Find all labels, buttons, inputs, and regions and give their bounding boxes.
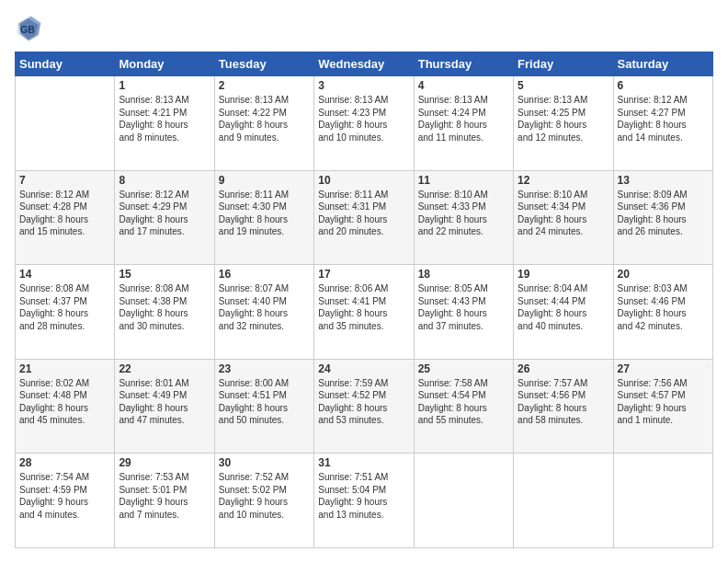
cell-info: Sunrise: 8:11 AM Sunset: 4:30 PM Dayligh… — [219, 189, 310, 238]
calendar-cell: 18Sunrise: 8:05 AM Sunset: 4:43 PM Dayli… — [414, 265, 513, 360]
cell-info: Sunrise: 7:51 AM Sunset: 5:04 PM Dayligh… — [318, 471, 409, 521]
day-number: 29 — [119, 456, 210, 469]
weekday-header-row: SundayMondayTuesdayWednesdayThursdayFrid… — [16, 52, 713, 76]
day-number: 27 — [618, 362, 709, 375]
calendar-table: SundayMondayTuesdayWednesdayThursdayFrid… — [15, 52, 713, 548]
day-number: 10 — [318, 174, 409, 187]
day-number: 25 — [418, 362, 509, 375]
week-row-3: 21Sunrise: 8:02 AM Sunset: 4:48 PM Dayli… — [16, 359, 713, 454]
day-number: 14 — [19, 268, 110, 281]
day-number: 31 — [318, 456, 409, 469]
cell-info: Sunrise: 8:13 AM Sunset: 4:22 PM Dayligh… — [219, 94, 310, 144]
calendar-cell — [414, 454, 513, 548]
cell-info: Sunrise: 7:56 AM Sunset: 4:57 PM Dayligh… — [618, 377, 709, 427]
calendar-cell — [613, 454, 712, 548]
calendar-cell: 12Sunrise: 8:10 AM Sunset: 4:34 PM Dayli… — [514, 170, 613, 265]
week-row-0: 1Sunrise: 8:13 AM Sunset: 4:21 PM Daylig… — [16, 76, 713, 171]
day-number: 3 — [318, 79, 409, 92]
header: GB — [15, 15, 713, 42]
cell-info: Sunrise: 7:54 AM Sunset: 4:59 PM Dayligh… — [19, 471, 110, 521]
cell-info: Sunrise: 8:12 AM Sunset: 4:27 PM Dayligh… — [618, 94, 709, 144]
day-number: 15 — [119, 268, 210, 281]
weekday-header-tuesday: Tuesday — [214, 52, 313, 76]
calendar-cell: 14Sunrise: 8:08 AM Sunset: 4:37 PM Dayli… — [16, 265, 115, 360]
cell-info: Sunrise: 7:53 AM Sunset: 5:01 PM Dayligh… — [119, 471, 210, 521]
calendar-cell: 27Sunrise: 7:56 AM Sunset: 4:57 PM Dayli… — [613, 359, 712, 454]
day-number: 12 — [518, 174, 609, 187]
weekday-header-thursday: Thursday — [414, 52, 513, 76]
weekday-header-wednesday: Wednesday — [314, 52, 414, 76]
day-number: 30 — [219, 456, 310, 469]
day-number: 2 — [219, 79, 310, 92]
cell-info: Sunrise: 7:58 AM Sunset: 4:54 PM Dayligh… — [418, 377, 509, 427]
calendar-cell: 6Sunrise: 8:12 AM Sunset: 4:27 PM Daylig… — [613, 76, 712, 171]
cell-info: Sunrise: 7:59 AM Sunset: 4:52 PM Dayligh… — [318, 377, 409, 427]
cell-info: Sunrise: 8:12 AM Sunset: 4:29 PM Dayligh… — [119, 189, 210, 238]
day-number: 24 — [318, 362, 409, 375]
calendar-cell: 22Sunrise: 8:01 AM Sunset: 4:49 PM Dayli… — [115, 359, 214, 454]
cell-info: Sunrise: 8:03 AM Sunset: 4:46 PM Dayligh… — [618, 282, 709, 332]
cell-info: Sunrise: 8:08 AM Sunset: 4:37 PM Dayligh… — [19, 282, 110, 332]
cell-info: Sunrise: 8:05 AM Sunset: 4:43 PM Dayligh… — [418, 282, 509, 332]
cell-info: Sunrise: 8:12 AM Sunset: 4:28 PM Dayligh… — [19, 189, 110, 238]
cell-info: Sunrise: 7:57 AM Sunset: 4:56 PM Dayligh… — [518, 377, 609, 427]
weekday-header-monday: Monday — [115, 52, 214, 76]
cell-info: Sunrise: 8:07 AM Sunset: 4:40 PM Dayligh… — [219, 282, 310, 332]
day-number: 11 — [418, 174, 509, 187]
week-row-4: 28Sunrise: 7:54 AM Sunset: 4:59 PM Dayli… — [16, 454, 713, 548]
calendar-cell: 31Sunrise: 7:51 AM Sunset: 5:04 PM Dayli… — [314, 454, 414, 548]
calendar-cell — [16, 76, 115, 171]
day-number: 9 — [219, 174, 310, 187]
cell-info: Sunrise: 7:52 AM Sunset: 5:02 PM Dayligh… — [219, 471, 310, 521]
calendar-cell: 10Sunrise: 8:11 AM Sunset: 4:31 PM Dayli… — [314, 170, 414, 265]
calendar-cell: 5Sunrise: 8:13 AM Sunset: 4:25 PM Daylig… — [514, 76, 613, 171]
calendar-cell: 9Sunrise: 8:11 AM Sunset: 4:30 PM Daylig… — [214, 170, 313, 265]
weekday-header-sunday: Sunday — [16, 52, 115, 76]
cell-info: Sunrise: 8:00 AM Sunset: 4:51 PM Dayligh… — [219, 377, 310, 427]
calendar-cell: 21Sunrise: 8:02 AM Sunset: 4:48 PM Dayli… — [16, 359, 115, 454]
day-number: 13 — [618, 174, 709, 187]
calendar-cell: 17Sunrise: 8:06 AM Sunset: 4:41 PM Dayli… — [314, 265, 414, 360]
day-number: 18 — [418, 268, 509, 281]
day-number: 22 — [119, 362, 210, 375]
cell-info: Sunrise: 8:13 AM Sunset: 4:23 PM Dayligh… — [318, 94, 409, 144]
day-number: 1 — [119, 79, 210, 92]
calendar-body: 1Sunrise: 8:13 AM Sunset: 4:21 PM Daylig… — [16, 76, 713, 548]
calendar-cell: 20Sunrise: 8:03 AM Sunset: 4:46 PM Dayli… — [613, 265, 712, 360]
calendar-cell: 15Sunrise: 8:08 AM Sunset: 4:38 PM Dayli… — [115, 265, 214, 360]
weekday-header-saturday: Saturday — [613, 52, 712, 76]
calendar-cell: 26Sunrise: 7:57 AM Sunset: 4:56 PM Dayli… — [514, 359, 613, 454]
svg-text:GB: GB — [20, 24, 35, 35]
cell-info: Sunrise: 8:13 AM Sunset: 4:21 PM Dayligh… — [119, 94, 210, 144]
cell-info: Sunrise: 8:10 AM Sunset: 4:33 PM Dayligh… — [418, 189, 509, 238]
cell-info: Sunrise: 8:10 AM Sunset: 4:34 PM Dayligh… — [518, 189, 609, 238]
day-number: 19 — [518, 268, 609, 281]
calendar-cell: 23Sunrise: 8:00 AM Sunset: 4:51 PM Dayli… — [214, 359, 313, 454]
day-number: 17 — [318, 268, 409, 281]
cell-info: Sunrise: 8:11 AM Sunset: 4:31 PM Dayligh… — [318, 189, 409, 238]
day-number: 16 — [219, 268, 310, 281]
cell-info: Sunrise: 8:04 AM Sunset: 4:44 PM Dayligh… — [518, 282, 609, 332]
day-number: 21 — [19, 362, 110, 375]
calendar-cell: 19Sunrise: 8:04 AM Sunset: 4:44 PM Dayli… — [514, 265, 613, 360]
calendar-cell: 28Sunrise: 7:54 AM Sunset: 4:59 PM Dayli… — [16, 454, 115, 548]
calendar-cell: 16Sunrise: 8:07 AM Sunset: 4:40 PM Dayli… — [214, 265, 313, 360]
calendar-cell: 1Sunrise: 8:13 AM Sunset: 4:21 PM Daylig… — [115, 76, 214, 171]
calendar-cell: 2Sunrise: 8:13 AM Sunset: 4:22 PM Daylig… — [214, 76, 313, 171]
calendar-cell: 7Sunrise: 8:12 AM Sunset: 4:28 PM Daylig… — [16, 170, 115, 265]
day-number: 7 — [19, 174, 110, 187]
day-number: 23 — [219, 362, 310, 375]
calendar-cell — [514, 454, 613, 548]
calendar-page: GB SundayMondayTuesdayWednesdayThursdayF… — [0, 0, 728, 563]
day-number: 26 — [518, 362, 609, 375]
day-number: 4 — [418, 79, 509, 92]
cell-info: Sunrise: 8:13 AM Sunset: 4:25 PM Dayligh… — [518, 94, 609, 144]
calendar-cell: 11Sunrise: 8:10 AM Sunset: 4:33 PM Dayli… — [414, 170, 513, 265]
day-number: 6 — [618, 79, 709, 92]
cell-info: Sunrise: 8:02 AM Sunset: 4:48 PM Dayligh… — [19, 377, 110, 427]
cell-info: Sunrise: 8:09 AM Sunset: 4:36 PM Dayligh… — [618, 189, 709, 238]
calendar-cell: 29Sunrise: 7:53 AM Sunset: 5:01 PM Dayli… — [115, 454, 214, 548]
cell-info: Sunrise: 8:06 AM Sunset: 4:41 PM Dayligh… — [318, 282, 409, 332]
calendar-cell: 25Sunrise: 7:58 AM Sunset: 4:54 PM Dayli… — [414, 359, 513, 454]
cell-info: Sunrise: 8:01 AM Sunset: 4:49 PM Dayligh… — [119, 377, 210, 427]
